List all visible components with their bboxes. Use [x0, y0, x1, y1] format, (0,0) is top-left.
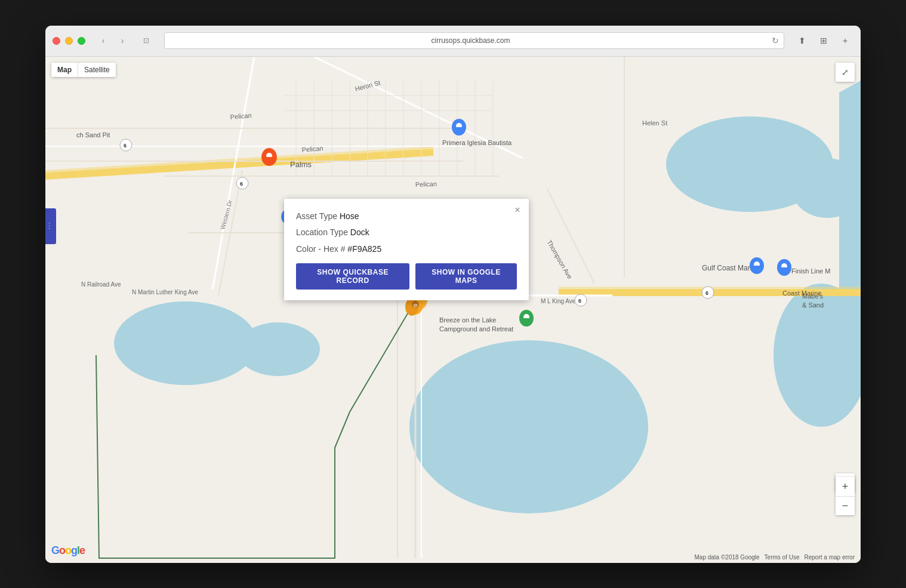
url-display: cirrusops.quickbase.com [170, 36, 772, 45]
map-attribution: Map data ©2018 Google [694, 554, 759, 561]
svg-text:@: @ [413, 303, 418, 308]
add-tab-button[interactable]: ⊞ [815, 34, 832, 47]
svg-text:6: 6 [240, 181, 243, 187]
popup-buttons: SHOW QUICKBASE RECORD SHOW IN GOOGLE MAP… [296, 263, 517, 290]
zoom-in-button[interactable]: + [836, 477, 855, 496]
reload-button[interactable]: ↻ [772, 36, 779, 45]
title-bar: ‹ › ⊡ cirrusops.quickbase.com ↻ ⬆ ⊞ + [45, 26, 861, 57]
svg-text:M L King Ave: M L King Ave [541, 298, 576, 304]
google-letter-e: e [79, 544, 85, 556]
share-button[interactable]: ⬆ [794, 34, 811, 47]
zoom-controls: + − [836, 477, 855, 515]
google-letter-o1: o [59, 544, 65, 556]
svg-text:Finish Line M: Finish Line M [791, 267, 830, 275]
toolbar-right: ⬆ ⊞ + [794, 34, 853, 47]
tab-icon-button[interactable]: ⊡ [138, 34, 155, 47]
show-google-maps-button[interactable]: SHOW IN GOOGLE MAPS [415, 263, 517, 290]
svg-marker-8 [839, 81, 861, 361]
svg-text:& Sand: & Sand [802, 301, 824, 309]
plus-button[interactable]: + [837, 34, 853, 47]
traffic-lights [53, 37, 85, 45]
svg-point-4 [236, 322, 320, 376]
map-background: @ Heron St Pelican Pelican Pelican Prime… [45, 57, 861, 563]
maximize-button[interactable] [78, 37, 85, 45]
map-type-satellite[interactable]: Satellite [78, 63, 116, 77]
asset-type-row: Asset Type Hose [296, 211, 517, 223]
browser-window: ‹ › ⊡ cirrusops.quickbase.com ↻ ⬆ ⊞ + [45, 26, 861, 563]
svg-text:N Railroad Ave: N Railroad Ave [81, 281, 121, 288]
popup-close-button[interactable]: × [511, 204, 524, 217]
color-row: Color - Hex # #F9A825 [296, 244, 517, 255]
asset-type-label: Asset Type [296, 211, 337, 221]
map-container[interactable]: @ Heron St Pelican Pelican Pelican Prime… [45, 57, 861, 563]
svg-text:Helen St: Helen St [642, 119, 667, 127]
map-popup: × Asset Type Hose Location Type Dock Col… [284, 199, 529, 301]
map-footer: Map data ©2018 Google Terms of Use Repor… [694, 554, 855, 561]
google-logo: Google [51, 544, 85, 557]
forward-button[interactable]: › [114, 34, 131, 47]
close-button[interactable] [53, 37, 60, 45]
svg-text:Primera Iglesia Bautista: Primera Iglesia Bautista [442, 139, 512, 146]
nav-buttons: ‹ › [95, 34, 131, 47]
show-quickbase-button[interactable]: SHOW QUICKBASE RECORD [296, 263, 409, 290]
terms-link[interactable]: Terms of Use [765, 554, 800, 561]
svg-text:Coast Marine: Coast Marine [782, 290, 821, 297]
svg-point-5 [409, 340, 648, 513]
location-type-value: Dock [350, 227, 369, 237]
google-letter-o2: o [65, 544, 71, 556]
minimize-button[interactable] [65, 37, 73, 45]
location-type-label: Location Type [296, 227, 348, 237]
svg-text:6: 6 [578, 298, 581, 304]
sidebar-panel[interactable]: ... [45, 208, 56, 244]
sidebar-dots: ... [48, 222, 54, 230]
svg-text:Breeze on the Lake: Breeze on the Lake [439, 316, 496, 324]
asset-type-value: Hose [340, 211, 359, 221]
back-button[interactable]: ‹ [95, 34, 112, 47]
address-bar[interactable]: cirrusops.quickbase.com ↻ [164, 32, 784, 49]
color-label: Color - Hex # [296, 244, 345, 254]
svg-text:Campground and Retreat: Campground and Retreat [439, 325, 513, 333]
svg-text:Pelican: Pelican [415, 180, 437, 187]
svg-text:ch Sand Pit: ch Sand Pit [76, 131, 110, 138]
location-type-row: Location Type Dock [296, 227, 517, 239]
map-type-map[interactable]: Map [51, 63, 78, 77]
report-link[interactable]: Report a map error [805, 554, 855, 561]
zoom-out-button[interactable]: − [836, 496, 855, 515]
svg-text:N Martin Luther King Ave: N Martin Luther King Ave [132, 289, 198, 295]
map-type-control: Map Satellite [51, 63, 116, 77]
svg-text:6: 6 [705, 290, 708, 296]
color-value: #F9A825 [347, 244, 381, 254]
google-letter-g: G [51, 544, 59, 556]
svg-point-3 [114, 301, 257, 385]
fullscreen-button[interactable]: ⤢ [836, 63, 855, 82]
svg-text:6: 6 [124, 143, 127, 149]
google-letter-g2: g [71, 544, 77, 556]
svg-text:Palms: Palms [290, 160, 312, 169]
